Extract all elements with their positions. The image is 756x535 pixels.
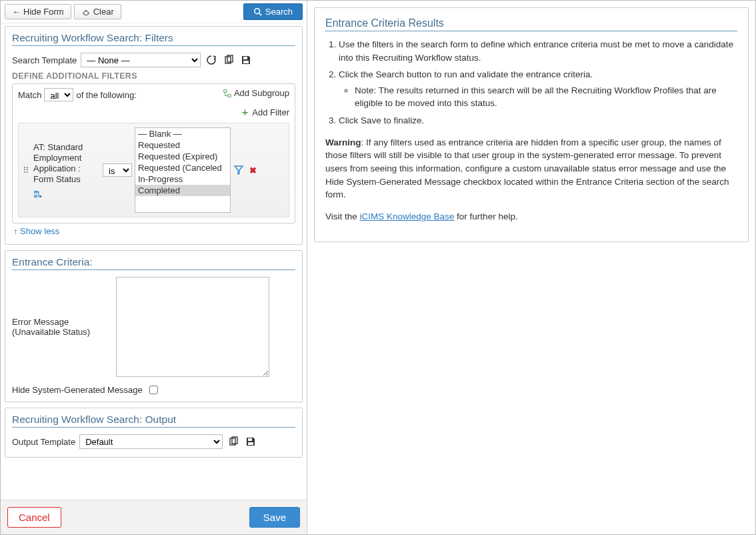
instruction-item: Use the filters in the search form to de… [339, 38, 737, 64]
knowledge-base-link[interactable]: iCIMS Knowledge Base [360, 211, 455, 221]
warning-paragraph: Warning: If any filters used as entrance… [325, 136, 737, 201]
results-title: Entrance Criteria Results [325, 17, 737, 31]
list-item[interactable]: Requested (Canceled [135, 162, 230, 173]
copy-template-button[interactable] [222, 53, 235, 67]
save-icon [245, 436, 256, 447]
filter-box: Match all of the following: Add Subgroup [12, 83, 295, 223]
search-icon [253, 7, 263, 17]
entrance-criteria-panel: Entrance Criteria: Error Message (Unavai… [5, 250, 303, 402]
add-filter-label: Add Filter [252, 107, 289, 117]
warning-text: : If any filters used as entrance criter… [325, 137, 729, 199]
filters-panel-title: Recruiting Workflow Search: Filters [12, 32, 295, 46]
visit-prefix: Visit the [325, 211, 360, 221]
help-paragraph: Visit the iCIMS Knowledge Base for furth… [325, 210, 737, 223]
output-panel-title: Recruiting Workflow Search: Output [12, 414, 295, 428]
results-body: Use the filters in the search form to de… [325, 38, 737, 223]
output-panel: Recruiting Workflow Search: Output Outpu… [5, 408, 303, 458]
save-template-button[interactable] [239, 53, 253, 67]
filters-panel: Recruiting Workflow Search: Filters Sear… [5, 26, 303, 245]
left-pane: Hide Form Clear Search Recruiting Workfl… [1, 1, 307, 534]
svg-rect-7 [228, 94, 231, 97]
warning-label: Warning [325, 137, 361, 147]
subgroup-icon [223, 89, 232, 98]
show-less-link[interactable]: ↑ Show less [12, 223, 61, 239]
reset-template-button[interactable] [205, 53, 218, 67]
list-item[interactable]: Requested [135, 139, 230, 151]
instruction-note: Note: The results returned in this searc… [355, 84, 737, 110]
svg-point-0 [255, 8, 260, 13]
values-listbox[interactable]: — Blank — Requested Requested (Expired) … [135, 127, 231, 213]
add-subgroup-button[interactable]: Add Subgroup [223, 88, 289, 98]
tree-icon[interactable] [33, 189, 43, 199]
match-label-prefix: Match [18, 90, 41, 100]
filter-field-name: AT: Standard Employment Application : Fo… [33, 142, 100, 185]
add-subgroup-label: Add Subgroup [234, 88, 289, 98]
svg-rect-6 [224, 89, 227, 92]
filter-row: ⠿ AT: Standard Employment Application : … [18, 123, 289, 217]
add-filter-button[interactable]: ＋ Add Filter [240, 106, 289, 119]
copy-icon [228, 436, 239, 447]
arrow-left-icon [12, 7, 21, 17]
footer: Cancel Save [1, 500, 307, 534]
top-toolbar: Hide Form Clear Search [1, 1, 307, 23]
clear-label: Clear [93, 7, 114, 17]
instruction-item: Click Save to finalize. [339, 114, 737, 127]
error-message-textarea[interactable] [116, 277, 269, 377]
right-pane: Entrance Criteria Results Use the filter… [307, 1, 755, 534]
list-item[interactable]: — Blank — [135, 128, 230, 139]
funnel-icon [233, 165, 244, 175]
hide-form-button[interactable]: Hide Form [5, 4, 71, 19]
search-template-label: Search Template [12, 55, 77, 65]
match-label-suffix: of the following: [76, 90, 136, 100]
list-item[interactable]: Requested (Expired) [135, 151, 230, 162]
results-panel: Entrance Criteria Results Use the filter… [314, 7, 749, 242]
output-template-label: Output Template [12, 437, 75, 447]
svg-rect-11 [248, 438, 252, 441]
output-template-select[interactable]: Default [79, 434, 223, 449]
remove-filter-button[interactable]: ✖ [247, 165, 259, 175]
clear-button[interactable]: Clear [74, 4, 121, 19]
eraser-icon [81, 7, 91, 17]
define-filters-heading: DEFINE ADDITIONAL FILTERS [12, 71, 295, 81]
drag-handle-icon[interactable]: ⠿ [21, 165, 31, 175]
save-icon [241, 55, 251, 65]
plus-icon: ＋ [240, 106, 250, 119]
save-output-button[interactable] [244, 435, 257, 448]
refresh-icon [206, 55, 217, 65]
left-scroll-area[interactable]: Recruiting Workflow Search: Filters Sear… [1, 23, 307, 500]
hide-msg-label: Hide System-Generated Message [12, 385, 143, 395]
search-template-select[interactable]: — None — [81, 53, 201, 67]
list-item[interactable]: In-Progress [135, 173, 230, 185]
svg-rect-12 [248, 442, 253, 445]
copy-output-button[interactable] [227, 435, 240, 448]
hide-form-label: Hide Form [23, 7, 64, 17]
visit-suffix: for further help. [454, 211, 517, 221]
instruction-item: Click the Search button to run and valid… [339, 68, 737, 110]
error-message-label: Error Message (Unavailable Status) [12, 317, 112, 337]
instruction-text: Click the Search button to run and valid… [339, 69, 593, 79]
cancel-button[interactable]: Cancel [7, 507, 61, 528]
copy-icon [223, 55, 234, 65]
svg-point-8 [39, 195, 42, 197]
search-button[interactable]: Search [243, 3, 303, 20]
save-button[interactable]: Save [249, 507, 300, 528]
svg-line-1 [259, 13, 262, 15]
entrance-title: Entrance Criteria: [12, 256, 295, 270]
match-mode-select[interactable]: all [44, 88, 73, 101]
search-label: Search [265, 7, 293, 17]
apply-filter-button[interactable] [233, 165, 244, 175]
svg-rect-4 [243, 57, 247, 59]
hide-msg-checkbox[interactable] [149, 386, 158, 394]
svg-rect-5 [243, 61, 249, 63]
list-item[interactable]: Completed [135, 185, 230, 196]
operator-select[interactable]: is [103, 163, 132, 177]
